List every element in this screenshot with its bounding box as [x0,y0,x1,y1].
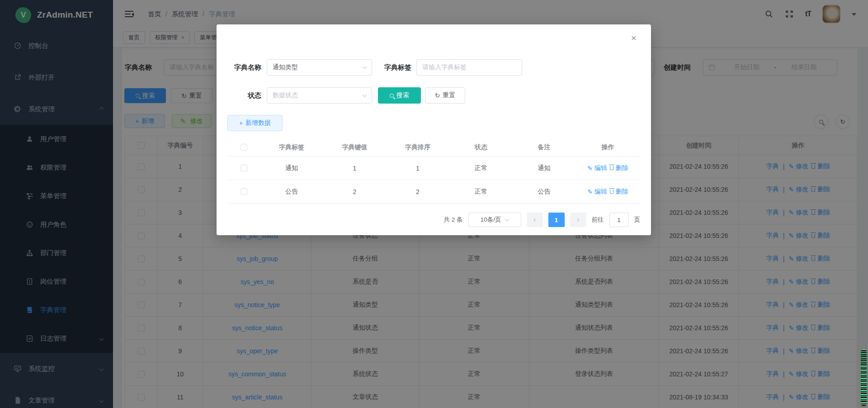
row-checkbox-cell [227,157,260,180]
pagination: 共 2 条 10条/页 ‹ 1 › 前往 页 [227,213,640,227]
modal-reset-button[interactable]: ↻ 重置 [425,87,465,104]
modal-dict-tag-input[interactable]: 请输入字典标签 [416,59,522,76]
cell-dict-value: 2 [323,180,386,204]
delete-link[interactable]: 删除 [610,164,628,172]
goto-prefix: 前往 [592,216,604,224]
pagination-total: 共 2 条 [443,216,462,224]
edit-link[interactable]: ✎编辑 [587,164,607,172]
goto-page-input[interactable] [609,213,629,227]
plus-icon: + [239,119,243,127]
next-page-button[interactable]: › [570,213,586,227]
cell-dict-sort: 1 [386,157,449,180]
cell-status: 正常 [449,157,513,180]
chevron-down-icon [363,93,367,97]
header-checkbox-cell [227,138,260,157]
chevron-down-icon [505,217,509,222]
row-checkbox-cell [227,180,260,204]
cell-remark: 通知 [513,157,576,180]
cell-dict-sort: 2 [386,180,449,204]
modal-dict-name-select[interactable]: 通知类型 [267,59,372,76]
cell-dict-label: 公告 [260,180,323,204]
prev-page-button[interactable]: ‹ [527,213,543,227]
trash-icon [610,166,613,170]
cell-status: 正常 [449,180,513,204]
cell-actions: ✎编辑删除 [576,180,640,204]
edit-icon: ✎ [587,165,593,172]
cell-remark: 公告 [513,180,576,204]
row-checkbox[interactable] [241,165,247,171]
close-icon[interactable]: × [631,33,637,43]
dict-data-modal: × 字典名称 通知类型 字典标签 请输入字典标签 状态 数据状态 搜索 ↻ 重置… [217,24,651,235]
search-icon [390,94,394,98]
page-size-select[interactable]: 10条/页 [468,213,521,227]
modal-add-data-button[interactable]: + 新增数据 [227,115,283,131]
dict-data-table: 字典标签 字典键值 字典排序 状态 备注 操作 通知 1 1 正常 通知 ✎编辑… [227,138,640,204]
edit-link[interactable]: ✎编辑 [587,188,607,196]
edit-icon: ✎ [587,188,593,195]
header-dict-label: 字典标签 [260,138,323,157]
trash-icon [610,190,613,194]
browser-extension-widget[interactable] [861,349,867,406]
dict-tag-placeholder: 请输入字典标签 [422,63,467,71]
row-checkbox[interactable] [241,188,247,195]
header-actions: 操作 [576,138,640,157]
header-dict-value: 字典键值 [323,138,386,157]
modal-status-select[interactable]: 数据状态 [267,87,372,104]
header-status: 状态 [449,138,513,157]
modal-dict-name-label: 字典名称 [223,59,261,76]
refresh-icon: ↻ [435,92,440,99]
header-dict-sort: 字典排序 [386,138,449,157]
modal-dict-tag-label: 字典标签 [373,59,411,76]
goto-suffix: 页 [634,216,641,224]
select-all-checkbox[interactable] [241,144,247,151]
cell-actions: ✎编辑删除 [576,157,640,180]
chevron-down-icon [363,65,367,69]
cell-dict-value: 1 [323,157,386,180]
cell-dict-label: 通知 [260,157,323,180]
modal-status-label: 状态 [223,87,261,104]
modal-search-button[interactable]: 搜索 [378,87,421,104]
header-remark: 备注 [513,138,576,157]
current-page-button[interactable]: 1 [548,213,565,227]
delete-link[interactable]: 删除 [610,188,628,196]
